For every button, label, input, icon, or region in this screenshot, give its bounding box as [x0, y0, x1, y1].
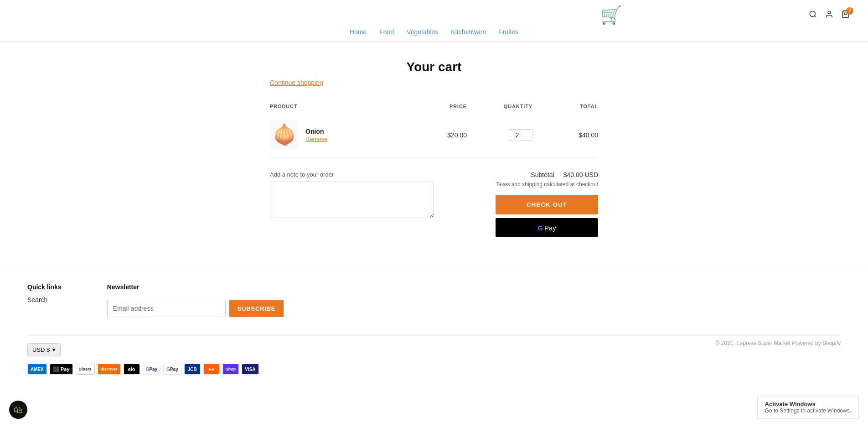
taxes-note: Taxes and shipping calculated at checkou…: [496, 181, 598, 188]
newsletter-title: Newsletter: [107, 283, 284, 291]
order-note-input[interactable]: [270, 182, 434, 218]
note-label: Add a note to your order: [270, 171, 434, 178]
cart-count: 2: [846, 7, 853, 15]
nav-fruites[interactable]: Fruites: [499, 28, 518, 36]
footer-quick-links: Quick links Search: [27, 283, 62, 317]
payment-amex: AMEX: [27, 364, 47, 375]
remove-button[interactable]: Remove: [305, 136, 327, 142]
product-cell: 🧅 Onion Remove: [270, 120, 401, 150]
subtotal-value: $40.00 USD: [563, 171, 598, 178]
header-top: 🛒 2: [0, 0, 868, 24]
footer-copyright: © 2021, Express Super Market Powered by …: [716, 340, 841, 346]
logo-area: 🛒: [413, 6, 809, 24]
gpay-button[interactable]: GPay: [496, 218, 598, 237]
payment-icons: AMEX ⬛ Pay Diners discover elo G Pay GPa…: [27, 364, 841, 375]
summary-section: Subtotal $40.00 USD Taxes and shipping c…: [496, 171, 598, 237]
col-product: PRODUCT: [270, 104, 401, 109]
navigation: Home Food Vegetables Kitchenware Fruites: [0, 24, 868, 41]
payment-gpay1: G Pay: [143, 364, 161, 375]
newsletter-form: SUBSCRIBE: [107, 300, 284, 317]
payment-applepay: ⬛ Pay: [50, 364, 73, 375]
col-quantity: QUANTITY: [467, 104, 532, 109]
cart-title: Your cart: [270, 60, 598, 74]
svg-point-2: [828, 11, 831, 14]
subtotal-row: Subtotal $40.00 USD: [496, 171, 598, 178]
col-price: PRICE: [401, 104, 467, 109]
footer: Quick links Search Newsletter SUBSCRIBE …: [0, 265, 868, 384]
footer-left: USD $ ▾: [27, 343, 61, 356]
product-name: Onion: [305, 128, 327, 135]
cart-table: PRODUCT PRICE QUANTITY TOTAL 🧅 Onion Rem…: [270, 100, 598, 157]
account-button[interactable]: [825, 10, 833, 21]
quantity-input[interactable]: [509, 129, 532, 141]
product-emoji: 🧅: [273, 125, 296, 145]
payment-elo: elo: [124, 364, 140, 375]
quantity-cell: [467, 129, 532, 141]
payment-visa: VISA: [242, 364, 258, 375]
gpay-logo: GPay: [537, 224, 556, 232]
payment-gpay2: GPay: [163, 364, 181, 375]
search-button[interactable]: [809, 10, 817, 21]
nav-home[interactable]: Home: [350, 28, 367, 36]
payment-shoppay: Shop: [222, 364, 239, 375]
payment-discover: discover: [98, 364, 121, 375]
footer-top: Quick links Search Newsletter SUBSCRIBE: [27, 283, 841, 317]
payment-mastercard: ●●: [203, 364, 220, 375]
payment-diners: Diners: [76, 364, 95, 375]
subtotal-label: Subtotal: [531, 171, 554, 178]
gpay-pay-text: Pay: [544, 224, 556, 232]
cart-table-header: PRODUCT PRICE QUANTITY TOTAL: [270, 100, 598, 113]
subscribe-button[interactable]: SUBSCRIBE: [229, 300, 284, 317]
nav-vegetables[interactable]: Vegetables: [407, 28, 438, 36]
table-row: 🧅 Onion Remove $20.00 $40.00: [270, 113, 598, 157]
payment-jcb: JCB: [184, 364, 201, 375]
nav-food[interactable]: Food: [379, 28, 394, 36]
cart-footer: Add a note to your order Subtotal $40.00…: [270, 171, 598, 237]
product-image: 🧅: [270, 120, 299, 150]
continue-shopping-link[interactable]: Continue shopping: [270, 79, 323, 86]
main-content: Your cart Continue shopping PRODUCT PRIC…: [261, 42, 607, 265]
total-cell: $40.00: [532, 131, 598, 139]
col-total: TOTAL: [532, 104, 598, 109]
cart-button[interactable]: 2: [842, 10, 850, 21]
email-input[interactable]: [107, 300, 226, 317]
header: 🛒 2 Home Food Vegetables Kitchenware Fru…: [0, 0, 868, 42]
chevron-down-icon: ▾: [52, 346, 56, 353]
svg-line-1: [814, 16, 816, 17]
product-info: Onion Remove: [305, 128, 327, 142]
price-cell: $20.00: [401, 131, 467, 139]
note-section: Add a note to your order: [270, 171, 434, 219]
quick-links-title: Quick links: [27, 283, 62, 291]
checkout-button[interactable]: CHECK OUT: [496, 195, 598, 214]
currency-label: USD $: [32, 346, 50, 353]
logo-icon: 🛒: [600, 6, 622, 24]
footer-search-link[interactable]: Search: [27, 296, 62, 303]
nav-kitchenware[interactable]: Kitchenware: [451, 28, 486, 36]
header-right-icons: 2: [809, 10, 850, 21]
footer-newsletter: Newsletter SUBSCRIBE: [107, 283, 284, 317]
currency-selector[interactable]: USD $ ▾: [27, 343, 61, 356]
footer-bottom: USD $ ▾ © 2021, Express Super Market Pow…: [27, 335, 841, 375]
